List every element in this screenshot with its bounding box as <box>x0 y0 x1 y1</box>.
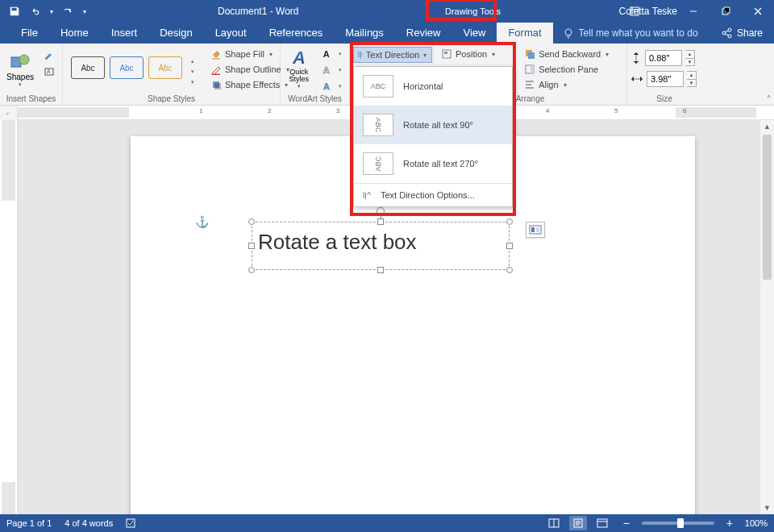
document-title: Document1 - Word <box>218 6 298 17</box>
rotate90-label: Rotate all text 90° <box>403 120 473 130</box>
ribbon-display-options-button[interactable] <box>622 0 647 23</box>
send-backward-button[interactable]: Send Backward▾ <box>520 47 616 61</box>
tab-home[interactable]: Home <box>49 23 100 44</box>
tab-design[interactable]: Design <box>148 23 203 44</box>
save-button[interactable] <box>5 2 24 20</box>
draw-textbox-button[interactable]: A <box>40 64 58 79</box>
scroll-up-button[interactable]: ▲ <box>760 120 774 133</box>
close-button[interactable] <box>742 0 774 23</box>
quick-styles-button[interactable]: A Quick Styles ▾ <box>284 45 314 92</box>
spellcheck-button[interactable] <box>126 517 137 529</box>
ribbon-tabs: File Home Insert Design Layout Reference… <box>0 23 774 44</box>
vertical-ruler[interactable] <box>0 120 18 514</box>
read-mode-button[interactable] <box>545 516 563 530</box>
align-label: Align <box>539 80 558 89</box>
shape-effects-label: Shape Effects <box>225 80 280 89</box>
zoom-level[interactable]: 100% <box>745 518 768 528</box>
resize-handle-ne[interactable] <box>506 218 513 225</box>
options-label: Text Direction Options... <box>381 190 475 200</box>
style-preset-1[interactable]: Abc <box>71 56 105 79</box>
zoom-in-button[interactable]: + <box>721 516 739 530</box>
zoom-out-button[interactable]: − <box>618 516 635 530</box>
resize-handle-e[interactable] <box>506 243 513 249</box>
text-direction-horizontal[interactable]: ABC Horizontal <box>354 67 512 106</box>
width-input[interactable]: 3.98" <box>647 71 684 87</box>
paint-bucket-icon <box>210 48 222 60</box>
gallery-down-icon[interactable]: ▾ <box>187 67 198 77</box>
tell-me-box[interactable]: Tell me what you want to do <box>563 23 710 44</box>
quick-styles-label: Quick Styles <box>286 69 312 83</box>
restore-button[interactable] <box>710 0 742 23</box>
textbox-text[interactable]: Rotate a text box <box>258 230 417 255</box>
redo-button[interactable] <box>58 2 77 20</box>
tab-review[interactable]: Review <box>395 23 452 44</box>
group-label-size: Size <box>627 94 701 103</box>
resize-handle-n[interactable] <box>377 218 384 225</box>
shapes-button[interactable]: Shapes ▾ <box>3 45 37 92</box>
undo-arrow-icon[interactable]: ▾ <box>47 2 56 20</box>
svg-point-2 <box>565 29 572 35</box>
tab-file[interactable]: File <box>10 23 49 44</box>
align-icon <box>524 79 535 90</box>
page-count[interactable]: Page 1 of 1 <box>6 518 52 528</box>
gallery-more-icon[interactable]: ▾ <box>187 77 198 87</box>
style-preset-3[interactable]: Abc <box>148 56 182 79</box>
style-preset-2[interactable]: Abc <box>110 56 144 79</box>
tab-format[interactable]: Format <box>497 23 552 44</box>
text-effects-button[interactable]: A <box>318 79 335 94</box>
group-label-wordart-styles: WordArt Styles <box>281 94 349 103</box>
text-direction-rotate-270[interactable]: ABC Rotate all text 270° <box>354 144 512 183</box>
tab-insert[interactable]: Insert <box>100 23 149 44</box>
text-direction-options[interactable]: lỊ^ Text Direction Options... <box>354 184 512 206</box>
resize-handle-s[interactable] <box>377 267 384 273</box>
align-button[interactable]: Align▾ <box>520 77 616 92</box>
minimize-button[interactable] <box>677 0 710 23</box>
text-direction-button[interactable]: lỊ^ Text Direction ▾ <box>353 47 432 63</box>
scroll-thumb[interactable] <box>763 135 772 280</box>
scroll-down-button[interactable]: ▼ <box>760 501 774 514</box>
rotate-handle[interactable] <box>377 207 385 215</box>
dropdown-arrow-icon: ▾ <box>298 83 301 89</box>
share-button[interactable]: Share <box>710 23 774 44</box>
qat-customize-icon[interactable]: ▾ <box>79 2 90 20</box>
height-icon <box>630 52 642 64</box>
text-fill-button[interactable]: A <box>318 47 335 61</box>
group-insert-shapes: Shapes ▾ A Insert Shapes <box>0 44 63 105</box>
height-input[interactable]: 0.88" <box>645 50 682 66</box>
resize-handle-w[interactable] <box>248 243 255 249</box>
anchor-icon: ⚓ <box>195 215 209 228</box>
shape-outline-label: Shape Outline <box>225 64 281 74</box>
layout-options-button[interactable] <box>526 222 545 238</box>
width-spinner[interactable]: ▲▼ <box>687 71 697 87</box>
tab-references[interactable]: References <box>258 23 334 44</box>
shape-style-gallery[interactable]: Abc Abc Abc ▴ ▾ ▾ <box>66 45 203 87</box>
gallery-up-icon[interactable]: ▴ <box>187 56 198 66</box>
share-label: Share <box>737 27 763 39</box>
zoom-slider[interactable] <box>642 522 714 525</box>
position-icon <box>441 48 452 60</box>
undo-button[interactable] <box>26 2 45 20</box>
svg-rect-22 <box>531 227 535 232</box>
height-spinner[interactable]: ▲▼ <box>685 50 695 66</box>
zoom-thumb[interactable] <box>677 518 684 528</box>
text-outline-button[interactable]: A <box>318 63 335 77</box>
selection-pane-button[interactable]: Selection Pane <box>520 62 616 77</box>
tab-mailings[interactable]: Mailings <box>334 23 395 44</box>
selection-pane-label: Selection Pane <box>539 64 598 74</box>
edit-shape-button[interactable] <box>40 48 58 63</box>
position-button[interactable]: Position▾ <box>437 47 502 61</box>
resize-handle-nw[interactable] <box>248 218 255 225</box>
vertical-scrollbar[interactable]: ▲ ▼ <box>759 120 774 514</box>
tab-view[interactable]: View <box>452 23 497 44</box>
resize-handle-sw[interactable] <box>248 267 255 273</box>
collapse-ribbon-button[interactable]: ˄ <box>767 94 771 103</box>
textbox[interactable]: Rotate a text box <box>252 222 510 270</box>
svg-rect-11 <box>212 74 220 76</box>
tab-layout[interactable]: Layout <box>204 23 258 44</box>
resize-handle-se[interactable] <box>506 267 513 273</box>
print-layout-button[interactable] <box>569 516 587 530</box>
rotate90-preview-icon: ABC <box>363 114 393 136</box>
word-count[interactable]: 4 of 4 words <box>64 518 113 528</box>
text-direction-rotate-90[interactable]: ABC Rotate all text 90° <box>354 106 512 144</box>
web-layout-button[interactable] <box>593 516 611 530</box>
